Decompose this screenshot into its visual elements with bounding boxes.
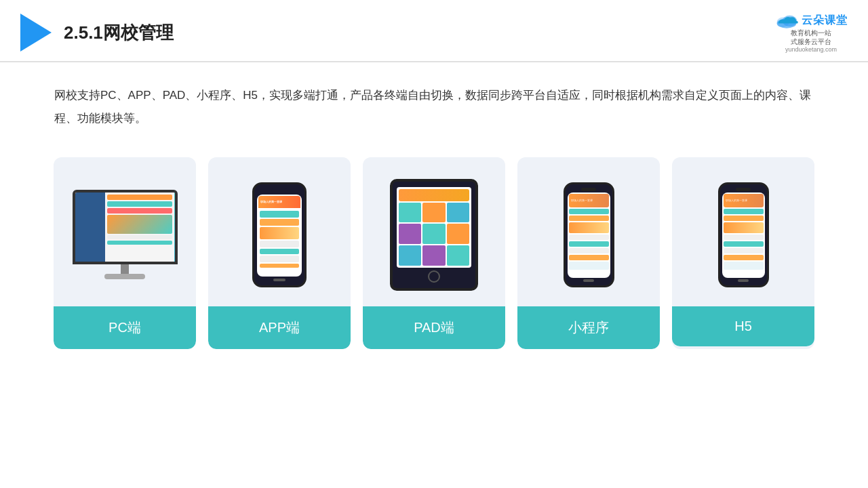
brand-name: 云朵课堂 [802,14,848,28]
card-pad-label: PAD端 [363,306,505,349]
card-app[interactable]: 职场人的第一堂课 AP [208,157,351,349]
card-app-image: 职场人的第一堂课 [208,157,351,306]
header-left: 2.5.1网校管理 [20,14,174,52]
pc-monitor-icon [73,190,178,279]
card-h5[interactable]: 职场人的第一堂课 H5 [672,157,814,349]
miniapp-phone-icon: 职场人的第一堂课 [564,182,614,287]
card-h5-image: 职场人的第一堂课 [672,157,814,306]
cards-container: PC端 职场人的第一堂课 [0,137,868,349]
h5-phone-icon: 职场人的第一堂课 [718,182,769,287]
description-text: 网校支持PC、APP、PAD、小程序、H5，实现多端打通，产品各终端自由切换，数… [0,62,868,137]
page-header: 2.5.1网校管理 云朵课堂 教育机构一站 式服务云平台 yunduoketa [0,0,868,62]
card-pc-label: PC端 [54,306,196,349]
brand-url: yunduoketang.com [785,46,837,53]
card-pad[interactable]: PAD端 [363,157,505,349]
app-phone-icon: 职场人的第一堂课 [252,182,307,287]
brand-cloud: 云朵课堂 [774,12,848,28]
card-miniapp-image: 职场人的第一堂课 [517,157,660,306]
card-pad-image [363,157,505,306]
card-app-label: APP端 [208,306,351,349]
card-pc-image [54,157,196,306]
header-right: 云朵课堂 教育机构一站 式服务云平台 yunduoketang.com [774,12,848,53]
pad-ipad-icon [390,179,478,291]
cloud-icon [774,12,799,28]
logo-triangle-icon [20,14,52,52]
card-h5-label: H5 [672,306,814,346]
card-pc[interactable]: PC端 [54,157,196,349]
card-miniapp[interactable]: 职场人的第一堂课 小程序 [517,157,660,349]
page-title: 2.5.1网校管理 [64,21,174,45]
brand-logo: 云朵课堂 教育机构一站 式服务云平台 yunduoketang.com [774,12,848,53]
card-miniapp-label: 小程序 [517,306,660,349]
brand-tagline: 教育机构一站 式服务云平台 [791,28,831,46]
